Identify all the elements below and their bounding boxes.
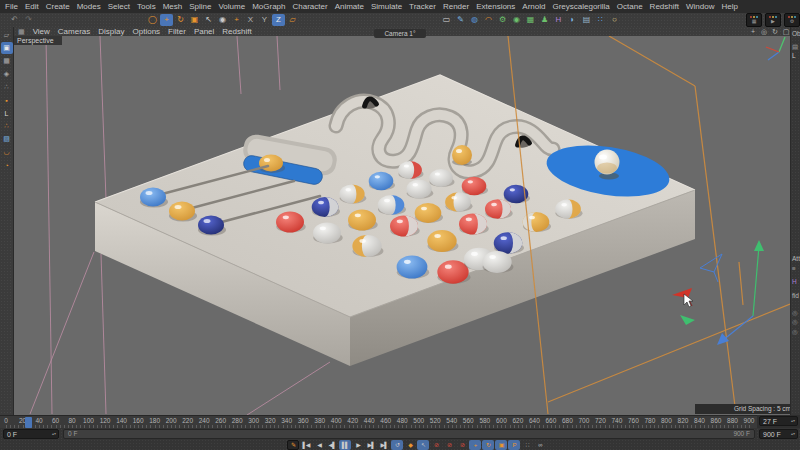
menu-spline[interactable]: Spline	[189, 2, 211, 11]
add-tracker-button[interactable]: ▤	[580, 14, 593, 26]
move-tool[interactable]: +	[160, 14, 173, 26]
menu-animate[interactable]: Animate	[335, 2, 364, 11]
loop-playback-button[interactable]: ↺	[391, 440, 403, 450]
add-character-button[interactable]: ♟	[538, 14, 551, 26]
add-dynamics-button[interactable]: ▦	[524, 14, 537, 26]
keying-position-toggle[interactable]: +	[469, 440, 481, 450]
selection-arrow-tool[interactable]: ↖	[202, 14, 215, 26]
menu-create[interactable]: Create	[46, 2, 70, 11]
edges-mode-icon[interactable]: ▪	[1, 94, 13, 106]
model-mode-icon[interactable]: ▣	[1, 42, 13, 54]
polygons-mode-icon[interactable]: L	[1, 107, 13, 119]
end-frame-field[interactable]: 900 F ▴▾	[759, 429, 798, 439]
menu-edit[interactable]: Edit	[25, 2, 39, 11]
prev-key-button[interactable]: ◀	[313, 440, 325, 450]
autokey-record-button[interactable]: ✎	[287, 440, 299, 450]
menu-modes[interactable]: Modes	[77, 2, 101, 11]
viewport-menu-display[interactable]: Display	[98, 27, 124, 36]
menu-mesh[interactable]: Mesh	[163, 2, 183, 11]
keyframe-selection-button[interactable]: ↖	[417, 440, 429, 450]
menu-tools[interactable]: Tools	[137, 2, 156, 11]
texture-mode-icon[interactable]: ▦	[1, 55, 13, 67]
render-settings-button[interactable]: ⚙	[784, 13, 800, 27]
menu-greyscalegorilla[interactable]: Greyscalegorilla	[552, 2, 609, 11]
menu-select[interactable]: Select	[108, 2, 130, 11]
workplane-mode-icon[interactable]: ◈	[1, 68, 13, 80]
viewport-menu-filter[interactable]: Filter	[168, 27, 186, 36]
convert-tool-icon[interactable]: ▱	[1, 29, 13, 41]
viewport-3d-scene[interactable]	[14, 36, 790, 415]
redo-button[interactable]: ↷	[22, 14, 35, 26]
workplane-toggle[interactable]: ▱	[286, 14, 299, 26]
scale-tool[interactable]: ▣	[188, 14, 201, 26]
add-mograph-button[interactable]: ◉	[510, 14, 523, 26]
viewport-filter-icon[interactable]: ▨	[1, 133, 13, 145]
add-particles-button[interactable]: ∷	[594, 14, 607, 26]
add-cloth-button[interactable]: ◗	[566, 14, 579, 26]
add-light-button[interactable]: ○	[608, 14, 621, 26]
record-rotation-toggle[interactable]: ⊘	[456, 440, 468, 450]
viewport-menu-panel[interactable]: Panel	[194, 27, 214, 36]
current-frame-spinner[interactable]: ▴▾	[791, 419, 797, 423]
live-selection-tool[interactable]: ◯	[146, 14, 159, 26]
add-deformer-button[interactable]: ⚙	[496, 14, 509, 26]
start-frame-field[interactable]: 0 F ▴▾	[3, 429, 59, 439]
prev-frame-button[interactable]: ◀▌	[326, 440, 338, 450]
coordinate-system-toggle[interactable]: Z	[272, 14, 285, 26]
menu-mograph[interactable]: MoGraph	[252, 2, 285, 11]
timeline-ruler[interactable]: 0204060801001201401601802002202402602803…	[0, 415, 757, 428]
goto-end-button[interactable]: ▶▌	[378, 440, 390, 450]
end-frame-spinner[interactable]: ▴▾	[791, 432, 797, 436]
add-volume-button[interactable]: ◍	[468, 14, 481, 26]
points-mode-icon[interactable]: ∴	[1, 81, 13, 93]
record-key-button[interactable]: ◆	[404, 440, 416, 450]
timeline-range-slider[interactable]: 0 F 900 F	[63, 429, 755, 439]
record-scale-toggle[interactable]: ⊘	[443, 440, 455, 450]
menu-simulate[interactable]: Simulate	[371, 2, 402, 11]
view-label[interactable]: Perspective	[14, 36, 62, 45]
y-axis-toggle[interactable]: Y	[258, 14, 271, 26]
add-spline-button[interactable]: ✎	[454, 14, 467, 26]
right-panel-edge[interactable]: Obj▤LAtt≡Hfid◎◎◎	[790, 27, 800, 415]
keying-pla-toggle[interactable]: ∷	[521, 440, 533, 450]
timeline-playhead[interactable]	[25, 417, 32, 428]
menu-redshift[interactable]: Redshift	[650, 2, 679, 11]
menu-arnold[interactable]: Arnold	[522, 2, 545, 11]
add-snap-tool[interactable]: +	[230, 14, 243, 26]
menu-window[interactable]: Window	[686, 2, 714, 11]
menu-file[interactable]: File	[5, 2, 18, 11]
start-frame-spinner[interactable]: ▴▾	[52, 432, 58, 436]
viewport-menu-view[interactable]: View	[33, 27, 50, 36]
menu-octane[interactable]: Octane	[617, 2, 643, 11]
add-floor-button[interactable]: ▭	[440, 14, 453, 26]
tweak-tool[interactable]: ◉	[216, 14, 229, 26]
render-view-button[interactable]: ▦	[746, 13, 762, 27]
render-picture-viewer-button[interactable]: ▶	[765, 13, 781, 27]
viewport-menu-options[interactable]: Options	[133, 27, 161, 36]
viewport-menu-redshift[interactable]: Redshift	[222, 27, 251, 36]
menu-volume[interactable]: Volume	[218, 2, 245, 11]
menu-character[interactable]: Character	[293, 2, 328, 11]
goto-start-button[interactable]: ▌◀	[300, 440, 312, 450]
camera-label[interactable]: Camera 1°	[374, 29, 426, 38]
current-frame-field[interactable]: 27 F ▴▾	[759, 416, 798, 426]
undo-button[interactable]: ↶	[8, 14, 21, 26]
menu-render[interactable]: Render	[443, 2, 469, 11]
rotate-tool[interactable]: ↻	[174, 14, 187, 26]
viewport-pan-icon[interactable]: +	[748, 28, 758, 36]
next-key-button[interactable]: ▶▌	[365, 440, 377, 450]
x-axis-toggle[interactable]: X	[244, 14, 257, 26]
keying-rotation-toggle[interactable]: ↻	[482, 440, 494, 450]
add-field-button[interactable]: ◠	[482, 14, 495, 26]
keying-parameter-toggle[interactable]: P	[508, 440, 520, 450]
menu-tracker[interactable]: Tracker	[409, 2, 436, 11]
record-position-toggle[interactable]: ⊘	[430, 440, 442, 450]
menu-extensions[interactable]: Extensions	[476, 2, 515, 11]
menu-help[interactable]: Help	[721, 2, 737, 11]
viewport-rotate-icon[interactable]: ↻	[770, 28, 780, 36]
add-hair-button[interactable]: H	[552, 14, 565, 26]
viewport-menu-cameras[interactable]: Cameras	[58, 27, 90, 36]
quantize-icon[interactable]: ◔	[1, 159, 13, 171]
keying-scale-toggle[interactable]: ▣	[495, 440, 507, 450]
viewport-zoom-icon[interactable]: ◎	[759, 28, 769, 36]
